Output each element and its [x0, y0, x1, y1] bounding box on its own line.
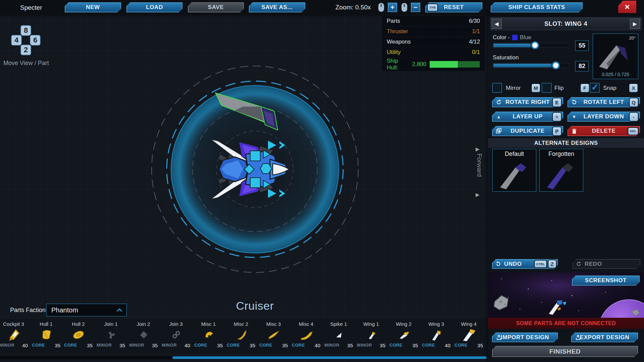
finished-button[interactable]: FINISHED	[492, 346, 638, 357]
saturation-slider-knob[interactable]	[552, 61, 560, 69]
part-cost: 40	[445, 343, 450, 348]
delete-keycap: DEL	[628, 128, 638, 135]
part-type: CORE	[389, 343, 402, 348]
part-item-hull-2[interactable]: Hull 2 CORE 35	[62, 321, 95, 353]
part-item-cockpit-3[interactable]: Cockpit 3 MINOR 40	[0, 321, 30, 353]
import-icon	[495, 334, 502, 341]
snap-checkbox[interactable]	[590, 83, 600, 93]
slot-header: ◀ SLOT: WING 4 ▶	[490, 17, 641, 30]
part-cost: 40	[22, 343, 28, 348]
prev-slot-button[interactable]: ◀	[492, 19, 502, 29]
close-button[interactable]: ✕	[618, 1, 636, 13]
design-screenshot-preview: SCREENSHOT	[488, 272, 644, 318]
part-item-misc-1[interactable]: Misc 1 CORE 35	[192, 321, 225, 353]
part-type: CORE	[227, 343, 240, 348]
arrow-down-icon: ▼	[571, 113, 578, 120]
hull-label: Ship Hull:	[387, 58, 410, 71]
reset-view-button[interactable]: TAB RESET	[425, 2, 482, 12]
redo-button[interactable]: REDO	[573, 259, 640, 269]
part-name: Misc 1	[192, 321, 225, 327]
part-type: CORE	[292, 343, 305, 348]
undo-button[interactable]: UNDO CTRL Z	[492, 259, 558, 269]
part-cost: 35	[282, 343, 288, 348]
export-design-button[interactable]: EXPORT DESIGN	[571, 333, 638, 342]
blade-wing-icon	[420, 327, 452, 343]
alt-design-default[interactable]: Default	[492, 149, 536, 192]
parts-warning-banner: SOME PARTS ARE NOT CONNECTED	[488, 318, 644, 329]
parts-scrollbar-thumb[interactable]	[172, 356, 487, 359]
hull-bar-fill	[430, 61, 458, 68]
import-design-button[interactable]: IMPORT DESIGN	[492, 333, 558, 342]
zoom-in-button[interactable]: +	[388, 3, 397, 12]
numpad-2-key: 2	[20, 45, 31, 55]
part-item-wing-1[interactable]: Wing 1 MINOR 35	[355, 321, 387, 353]
new-button[interactable]: NEW	[65, 2, 121, 12]
part-type: MINOR	[129, 343, 144, 348]
part-item-wing-4[interactable]: Wing 4 CORE 35	[452, 321, 485, 353]
duplicate-button[interactable]: DUPLICATE P	[492, 126, 563, 136]
hull-value: 2,800	[412, 61, 426, 68]
save-button[interactable]: SAVE	[188, 2, 244, 12]
part-item-wing-3[interactable]: Wing 3 CORE 40	[420, 321, 452, 353]
rotate-cw-icon	[495, 99, 502, 106]
zoom-out-button[interactable]: −	[411, 3, 420, 12]
part-item-wing-2[interactable]: Wing 2 CORE 35	[387, 321, 420, 353]
duplicate-label: DUPLICATE	[511, 128, 544, 134]
ship-class-stats-button[interactable]: SHIP CLASS STATS	[491, 2, 583, 12]
spike-icon	[322, 327, 355, 343]
part-cost: 35	[217, 343, 223, 348]
delete-label: DELETE	[592, 128, 616, 134]
part-item-spike-1[interactable]: Spike 1 MINOR 35	[322, 321, 355, 353]
part-item-join-1[interactable]: Join 1 MINOR 35	[95, 321, 127, 353]
screenshot-button[interactable]: SCREENSHOT	[572, 276, 640, 286]
color-name: Blue	[520, 34, 531, 41]
export-icon	[575, 334, 581, 341]
mouse-wheel-icon	[401, 3, 408, 12]
color-label: Color -	[493, 34, 510, 41]
layer-up-button[interactable]: ▲ LAYER UP =	[492, 112, 563, 122]
color-slider-knob[interactable]	[531, 41, 539, 49]
part-item-join-2[interactable]: Join 2 MINOR 35	[127, 321, 160, 353]
stat-row-hull: Ship Hull: 2,800	[382, 58, 485, 71]
top-toolbar: Specter NEW LOAD SAVE SAVE AS... Zoom: 0…	[0, 0, 644, 15]
stat-label: Utility	[387, 49, 401, 56]
part-item-misc-3[interactable]: Misc 3 CORE 35	[257, 321, 290, 353]
close-icon: ✕	[625, 3, 630, 11]
part-item-join-3[interactable]: Join 3 MINOR 40	[160, 321, 192, 353]
part-name: Spike 1	[322, 321, 355, 327]
parts-scrollbar-track[interactable]	[0, 356, 488, 359]
layer-up-label: LAYER UP	[513, 113, 542, 120]
stat-value: 6/30	[469, 18, 480, 24]
next-slot-button[interactable]: ▶	[630, 19, 640, 29]
part-cost: 35	[87, 343, 93, 348]
mirror-checkbox[interactable]	[492, 83, 502, 93]
stat-label: Thruster	[387, 28, 408, 35]
part-item-misc-2[interactable]: Misc 2 CORE 35	[225, 321, 257, 353]
small-wing-icon	[355, 327, 387, 343]
saturation-slider[interactable]	[493, 63, 569, 68]
saturation-value-box[interactable]: 82	[575, 61, 589, 71]
parts-faction-label: Parts Faction	[10, 307, 46, 314]
duplicate-keycap: P	[553, 127, 561, 135]
numpad-6-key: 6	[30, 35, 41, 46]
color-value-box[interactable]: 55	[575, 41, 589, 51]
rotate-right-button[interactable]: ROTATE RIGHT E	[492, 97, 563, 107]
layer-down-button[interactable]: ▼ LAYER DOWN -	[568, 112, 640, 122]
rocket-icon	[0, 327, 30, 343]
color-slider[interactable]	[493, 43, 569, 48]
alt-design-forgotten[interactable]: Forgotten	[539, 149, 583, 192]
rotate-left-button[interactable]: ROTATE LEFT Q	[568, 97, 640, 107]
part-item-misc-4[interactable]: Misc 4 CORE 40	[290, 321, 322, 353]
flip-checkbox[interactable]	[542, 83, 552, 93]
delete-button[interactable]: DELETE DEL	[568, 126, 640, 136]
save-as-button[interactable]: SAVE AS...	[249, 2, 305, 12]
color-swatch	[512, 35, 518, 40]
flip-label: Flip	[554, 85, 564, 92]
load-button[interactable]: LOAD	[126, 2, 182, 12]
parts-faction-dropdown[interactable]: Phantom	[46, 304, 127, 316]
part-name: Wing 3	[420, 321, 452, 327]
part-cost: 35	[347, 343, 353, 348]
z-keycap: Z	[548, 260, 556, 268]
part-item-hull-1[interactable]: Hull 1 CORE 35	[30, 321, 62, 353]
parts-faction-value: Phantom	[51, 306, 78, 314]
